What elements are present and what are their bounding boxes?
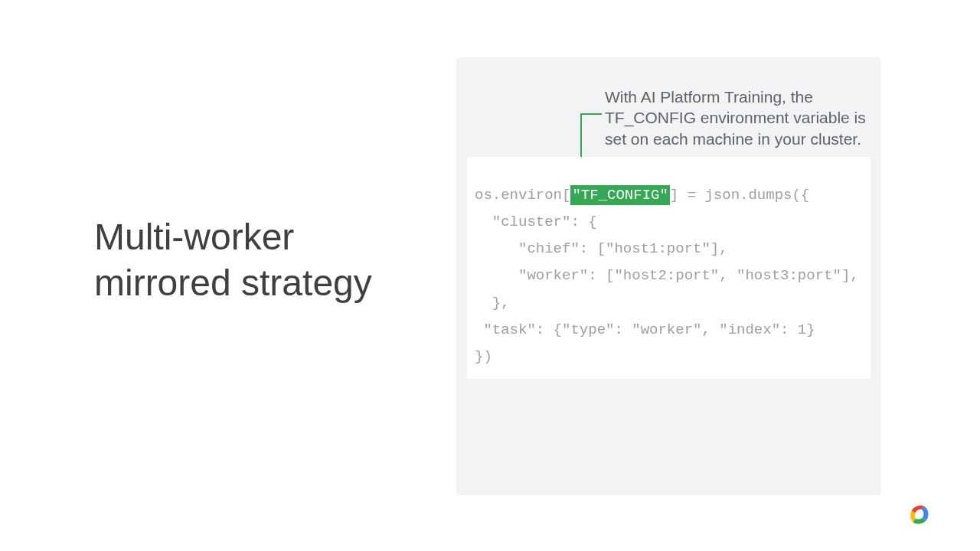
slide-title: Multi-worker mirrored strategy (94, 214, 372, 306)
title-line-2: mirrored strategy (94, 262, 372, 303)
code-line-1-pre: os.environ[ (475, 187, 570, 204)
code-line-5: }, (475, 295, 510, 311)
code-line-7: }) (475, 348, 492, 365)
code-line-6: "task": {"type": "worker", "index": 1} (475, 321, 815, 338)
code-highlight-tfconfig: "TF_CONFIG" (570, 185, 669, 205)
annotation-text: With AI Platform Training, the TF_CONFIG… (605, 86, 869, 149)
google-cloud-logo-icon (907, 504, 930, 527)
code-line-1-post: ] = json.dumps({ (670, 187, 809, 204)
code-block: os.environ["TF_CONFIG"] = json.dumps({ "… (467, 157, 871, 379)
code-line-2: "cluster": { (475, 214, 597, 230)
code-line-3: "chief": ["host1:port"], (475, 240, 728, 257)
code-line-4: "worker": ["host2:port", "host3:port"], (475, 267, 859, 284)
annotation-connector-horizontal (580, 113, 602, 115)
title-line-1: Multi-worker (94, 217, 294, 257)
